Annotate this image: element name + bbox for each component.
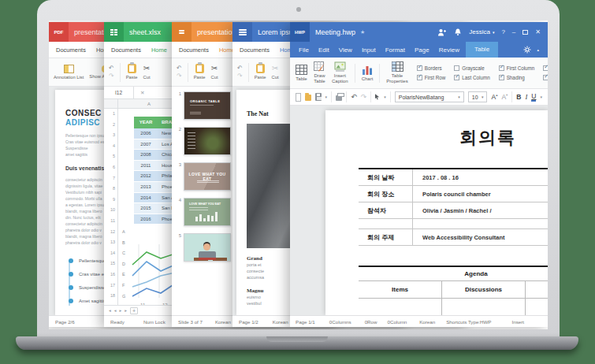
hwp-titlebar[interactable]: HWP Meeting.hwp ★ bbox=[290, 22, 548, 42]
select-all-corner[interactable] bbox=[104, 99, 118, 108]
share-user-icon[interactable] bbox=[437, 28, 447, 36]
cut-label: Cut bbox=[211, 75, 218, 80]
column-a-header[interactable]: A bbox=[118, 99, 180, 108]
checkbox-shading[interactable]: ✓Shading bbox=[499, 75, 535, 80]
save-caret-icon[interactable]: ▾ bbox=[325, 95, 328, 99]
agenda-columns: Items Discussions bbox=[359, 281, 548, 299]
redo-icon[interactable]: ↷ bbox=[109, 73, 114, 80]
last-sheet-icon[interactable]: ▸ bbox=[125, 308, 127, 313]
checkbox-first-column[interactable]: ✓First Column bbox=[499, 65, 535, 71]
checkbox-text-para[interactable]: ✓Text Para bbox=[543, 65, 548, 71]
divider bbox=[346, 91, 347, 102]
select-cursor-icon[interactable] bbox=[375, 93, 380, 101]
ppt-tab-documents[interactable]: Documents bbox=[179, 46, 209, 54]
close-button[interactable]: ✕ bbox=[535, 28, 541, 35]
underline-caret-icon[interactable]: ▾ bbox=[540, 95, 542, 99]
font-size-select[interactable]: 10 ▾ bbox=[468, 91, 488, 102]
grow-font-button[interactable]: A bbox=[491, 93, 497, 101]
draw-table-button[interactable]: Draw Table bbox=[314, 61, 325, 84]
page-indicator: Page 1/2 bbox=[239, 319, 258, 325]
menu-input[interactable]: Input bbox=[362, 46, 376, 54]
prev-sheet-icon[interactable]: ◂ bbox=[114, 308, 117, 313]
slide-thumbnail-3[interactable]: 3 LOVE WHAT YOU EAT bbox=[172, 162, 239, 191]
hwp-app-icon-label: HWP bbox=[295, 30, 305, 35]
cursor-caret-icon[interactable]: ▾ bbox=[384, 95, 386, 99]
undo-icon[interactable]: ↶ bbox=[109, 65, 114, 72]
next-sheet-icon[interactable]: ▸ bbox=[120, 308, 122, 313]
paste-label: Paste bbox=[255, 75, 266, 80]
cut-label: Cut bbox=[143, 75, 151, 80]
redo-icon[interactable]: ↷ bbox=[361, 93, 367, 101]
insert-mode-indicator: Insert bbox=[512, 319, 524, 325]
column-indicator: 0Column bbox=[387, 319, 407, 325]
excel-cell-value: G bbox=[122, 292, 125, 303]
menu-table-active[interactable]: Table bbox=[466, 42, 498, 58]
first-sheet-icon[interactable]: ◂ bbox=[109, 308, 111, 313]
menu-view[interactable]: View bbox=[339, 46, 352, 54]
excel-tab-home[interactable]: Home bbox=[151, 46, 167, 54]
menu-page[interactable]: Page bbox=[415, 46, 430, 54]
annotation-list-button[interactable]: Annotation List bbox=[54, 65, 84, 80]
open-folder-icon[interactable] bbox=[305, 95, 311, 101]
settings-gear-icon[interactable] bbox=[523, 46, 531, 54]
row-indicator: 0Row bbox=[365, 319, 377, 325]
menu-file[interactable]: File bbox=[299, 46, 309, 54]
checkbox-last-column[interactable]: ✓Last Column bbox=[454, 75, 489, 80]
table-button[interactable]: Table bbox=[296, 65, 307, 82]
chart-button[interactable]: Chart bbox=[362, 65, 374, 82]
paste-button[interactable]: Paste bbox=[194, 64, 206, 80]
paste-label: Paste bbox=[126, 75, 138, 80]
print-icon[interactable] bbox=[336, 95, 342, 101]
language-indicator: Korean bbox=[215, 319, 231, 325]
user-account-menu[interactable]: Jessica ▾ bbox=[469, 28, 494, 35]
insert-caption-button[interactable]: Insert Caption bbox=[332, 61, 348, 84]
save-icon[interactable] bbox=[315, 93, 321, 101]
menu-review[interactable]: Review bbox=[439, 46, 459, 54]
cell-name-box[interactable]: I12 bbox=[104, 87, 134, 98]
minimize-button[interactable]: – bbox=[512, 28, 515, 35]
chart-icon bbox=[362, 65, 373, 75]
cut-button[interactable]: ✂ Cut bbox=[272, 64, 279, 80]
row-value: Web Accessibility Consultant bbox=[412, 229, 548, 245]
new-document-icon[interactable] bbox=[296, 93, 301, 102]
redo-icon[interactable]: ↷ bbox=[237, 73, 243, 80]
pdf-tab-documents[interactable]: Documents bbox=[56, 46, 86, 54]
underline-button[interactable]: U bbox=[531, 93, 536, 102]
checkbox-last-row[interactable]: ✓Last Row bbox=[543, 75, 548, 80]
paste-button[interactable]: Paste bbox=[126, 64, 138, 80]
divider bbox=[188, 63, 188, 82]
menu-format[interactable]: Format bbox=[385, 46, 405, 54]
restore-button[interactable] bbox=[522, 30, 528, 35]
hwp-document-page[interactable]: 회의록 회의 날짜 2017 . 08 . 16 회의 장소 Polaris c… bbox=[325, 110, 548, 315]
undo-icon[interactable]: ↶ bbox=[177, 65, 182, 72]
notification-bell-icon[interactable] bbox=[454, 28, 462, 36]
slide-thumbnail-1[interactable]: 1 ORGANIC TABLE bbox=[172, 91, 239, 120]
slide-thumbnail-5[interactable]: 5 bbox=[172, 233, 239, 262]
doc-title: 회의록 bbox=[441, 126, 535, 150]
formula-cancel-icon[interactable]: ✕ bbox=[140, 90, 144, 96]
cut-button[interactable]: ✂ Cut bbox=[143, 64, 151, 80]
undo-icon[interactable]: ↶ bbox=[351, 93, 357, 101]
excel-cell-value: B bbox=[122, 238, 125, 249]
checkbox-first-row[interactable]: ✓First Row bbox=[417, 75, 446, 80]
italic-button[interactable]: I bbox=[525, 93, 527, 101]
menu-edit[interactable]: Edit bbox=[318, 46, 329, 54]
table-properties-button[interactable]: Table Properties bbox=[386, 61, 407, 84]
cut-button[interactable]: ✂ Cut bbox=[211, 64, 218, 80]
help-button[interactable]: ? bbox=[501, 28, 504, 35]
favorite-star-icon[interactable]: ★ bbox=[360, 29, 365, 35]
font-name-select[interactable]: PolarisNewBatang ▾ bbox=[395, 91, 464, 102]
excel-tab-documents[interactable]: Documents bbox=[111, 46, 141, 54]
undo-icon[interactable]: ↶ bbox=[237, 65, 243, 72]
bold-button[interactable]: B bbox=[516, 93, 521, 101]
word-tab-documents[interactable]: Documents bbox=[240, 46, 270, 54]
checkbox-grayscale[interactable]: Grayscale bbox=[454, 65, 489, 71]
collapse-ribbon-icon[interactable]: ▴ bbox=[537, 47, 539, 52]
checkbox-borders[interactable]: ✓Borders bbox=[417, 65, 446, 71]
add-sheet-button[interactable]: + bbox=[130, 307, 138, 314]
paste-button[interactable]: Paste bbox=[255, 64, 266, 80]
slide-thumbnail-2[interactable]: 2 bbox=[172, 127, 239, 155]
redo-icon[interactable]: ↷ bbox=[177, 73, 182, 80]
slide-thumbnail-4[interactable]: 4 LOVE WHAT YOU EAT bbox=[172, 198, 239, 226]
shrink-font-button[interactable]: A bbox=[501, 93, 508, 101]
